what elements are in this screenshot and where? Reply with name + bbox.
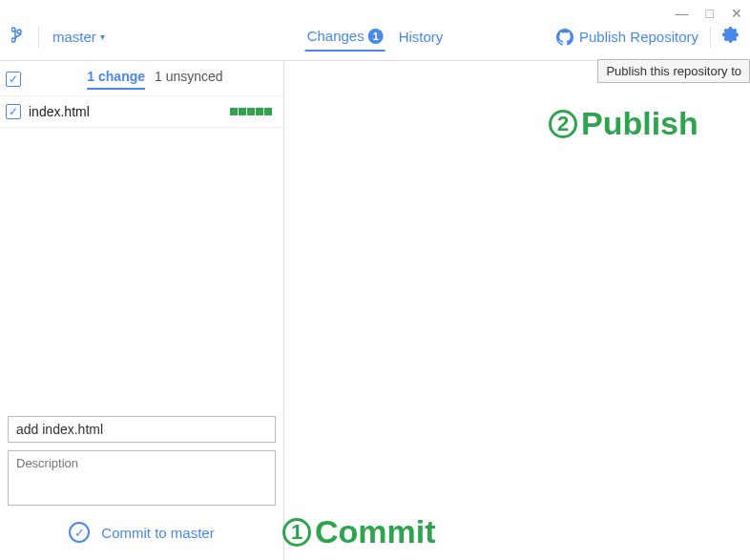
annotation-number-2: 2 [549,110,577,138]
tab-changes[interactable]: Changes 1 [305,22,385,52]
commit-form: ✓ Commit to master [0,408,283,560]
tab-changes-label: Changes [307,28,365,44]
annotation-commit: 1 Commit [282,513,436,550]
commit-description-input[interactable] [8,450,276,506]
tab-history-label: History [399,29,444,45]
file-checkbox[interactable]: ✓ [6,104,21,119]
publish-repository-button[interactable]: Publish Repository [556,29,698,46]
right-actions: Publish Repository [556,27,739,48]
annotation-number-1: 1 [282,518,311,547]
branch-name-label: master [52,29,96,45]
branch-icon [11,27,25,48]
unsynced-count[interactable]: 1 unsynced [155,69,223,90]
changes-sidebar: ✓ 1 change 1 unsynced ✓ index.html ✓ Com… [0,61,284,560]
annotation-publish-label: Publish [581,105,698,142]
file-name: index.html [29,104,222,119]
changes-count[interactable]: 1 change [87,69,145,90]
branch-selector[interactable]: master ▾ [11,27,105,48]
annotation-commit-label: Commit [315,513,436,550]
changes-summary: ✓ 1 change 1 unsynced [0,61,283,95]
settings-gear-icon[interactable] [722,27,739,48]
select-all-checkbox[interactable]: ✓ [6,72,21,87]
divider [38,27,39,48]
publish-label: Publish Repository [579,29,698,45]
check-circle-icon: ✓ [69,522,90,543]
summary-text: 1 change 1 unsynced [87,69,222,90]
commit-button-label: Commit to master [101,525,214,541]
divider [710,27,711,48]
github-icon [556,29,573,46]
changes-count-badge: 1 [368,29,384,44]
file-row[interactable]: ✓ index.html [0,95,283,128]
caret-down-icon: ▾ [100,31,105,42]
tabs: Changes 1 History [305,22,446,52]
annotation-publish: 2 Publish [549,105,698,142]
commit-summary-input[interactable] [8,416,276,443]
commit-button[interactable]: ✓ Commit to master [8,508,276,552]
tab-history[interactable]: History [397,23,446,51]
diff-additions-indicator [230,108,272,115]
branch-name[interactable]: master ▾ [52,29,105,45]
topbar: master ▾ Changes 1 History Publish Repos… [0,13,750,61]
publish-tooltip: Publish this repository to [597,59,750,83]
